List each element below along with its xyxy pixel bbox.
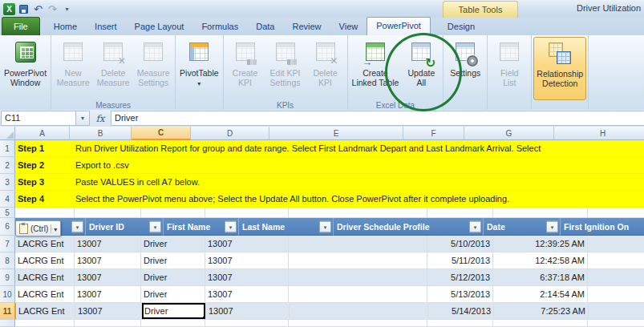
cell-C11[interactable]: Driver [142, 303, 206, 320]
cell-F7[interactable]: 5/10/2013 [427, 236, 493, 252]
tab-insert[interactable]: Insert [86, 18, 126, 35]
cell-F10[interactable]: 5/13/2013 [427, 286, 493, 303]
table-header-first-ignition-on[interactable]: First Ignition On [561, 218, 644, 236]
table-header-last-name[interactable]: Last Name [239, 218, 334, 236]
note-text-row-4[interactable]: Select the PowerPivot menu above; Select… [74, 191, 644, 208]
cell-E5[interactable] [289, 208, 427, 218]
cell-B12[interactable] [75, 320, 141, 327]
column-header-G[interactable]: G [464, 127, 554, 140]
cell-E11[interactable] [290, 303, 428, 320]
cell-C8[interactable]: Driver [141, 252, 205, 269]
tab-page-layout[interactable]: Page Layout [126, 18, 193, 35]
cell-G9[interactable]: 6:37:18 AM [493, 269, 588, 286]
cell-C10[interactable]: Driver [141, 286, 205, 303]
tab-formulas[interactable]: Formulas [192, 18, 247, 35]
cell-B8[interactable]: 13007 [75, 252, 141, 269]
relationship-detection-button[interactable]: RelationshipDetection [533, 37, 586, 100]
cell-D12[interactable] [205, 320, 289, 327]
chevron-down-icon[interactable] [60, 2, 74, 16]
cell-A5[interactable] [15, 208, 75, 218]
row-header-8[interactable]: 8 [0, 252, 15, 269]
paste-options-button[interactable]: (Ctrl) [15, 220, 61, 236]
cell-B11[interactable]: 13007 [75, 303, 142, 320]
row-header-9[interactable]: 9 [0, 269, 15, 286]
name-box[interactable]: C11 [1, 111, 76, 126]
save-icon[interactable] [17, 2, 30, 16]
cell-E7[interactable] [289, 236, 427, 252]
cell-F5[interactable] [427, 208, 493, 218]
formula-input[interactable]: Driver [111, 111, 644, 126]
column-header-E[interactable]: E [269, 127, 403, 140]
cell-A4[interactable]: Step 4 [15, 191, 74, 208]
row-header-12[interactable] [0, 320, 15, 327]
cell-G10[interactable]: 2:14:54 AM [493, 286, 588, 303]
row-header-11[interactable]: 11 [0, 303, 16, 320]
redo-icon[interactable] [46, 2, 59, 16]
name-box-dropdown-icon[interactable] [76, 111, 90, 126]
cell-H5[interactable] [588, 208, 644, 218]
cell-A2[interactable]: Step 2 [15, 157, 74, 174]
cell-H12[interactable] [588, 320, 644, 327]
filter-dropdown-icon[interactable] [71, 220, 83, 232]
tab-powerpivot[interactable]: PowerPivot [367, 17, 431, 35]
tab-home[interactable]: Home [45, 18, 86, 35]
cell-A12[interactable] [15, 320, 75, 327]
select-all-corner[interactable] [0, 127, 15, 140]
table-header-date[interactable]: Date [484, 218, 561, 236]
settings-button[interactable]: Settings [445, 37, 485, 100]
cell-D8[interactable]: 13007 [205, 252, 289, 269]
cell-F12[interactable] [427, 320, 493, 327]
cell-G7[interactable]: 12:39:25 AM [493, 236, 588, 252]
row-header-1[interactable]: 1 [0, 140, 15, 157]
cell-H9[interactable] [588, 269, 644, 286]
cell-H8[interactable] [588, 252, 644, 269]
table-header-first-name[interactable]: First Name [164, 218, 239, 236]
filter-dropdown-icon[interactable] [319, 220, 331, 232]
powerpivot-window-button[interactable]: PowerPivotWindow [2, 37, 49, 100]
row-header-6[interactable]: 6 [0, 218, 15, 236]
column-header-H[interactable]: H [554, 127, 644, 140]
cell-G5[interactable] [493, 208, 588, 218]
cell-H7[interactable] [588, 236, 644, 252]
cell-G8[interactable]: 12:42:58 AM [493, 252, 588, 269]
column-header-A[interactable]: A [15, 127, 70, 140]
tab-view[interactable]: View [330, 18, 367, 35]
cell-D9[interactable]: 13007 [205, 269, 289, 286]
filter-dropdown-icon[interactable] [149, 220, 161, 232]
row-header-5[interactable]: 5 [0, 208, 15, 218]
cell-A11[interactable]: LACRG Ent [16, 303, 75, 320]
cell-F9[interactable]: 5/12/2013 [427, 269, 493, 286]
cell-C5[interactable] [141, 208, 205, 218]
row-header-10[interactable]: 10 [0, 286, 15, 303]
cell-C12[interactable] [141, 320, 205, 327]
column-header-F[interactable]: F [403, 127, 464, 140]
cell-E10[interactable] [289, 286, 427, 303]
cell-A3[interactable]: Step 3 [15, 174, 74, 191]
row-header-3[interactable]: 3 [0, 174, 15, 191]
tab-file[interactable]: File [2, 17, 40, 35]
table-header-driver-schedule-profile[interactable]: Driver Schedule Profile [334, 218, 484, 236]
cell-B9[interactable]: 13007 [75, 269, 141, 286]
cell-D10[interactable]: 13007 [205, 286, 289, 303]
pivottable-button[interactable]: PivotTable [177, 37, 221, 100]
note-text-row-3[interactable]: Paste VALUES in cell A7 below. [74, 174, 644, 191]
cell-H10[interactable] [588, 286, 644, 303]
note-text-row-1[interactable]: Run Driver Utilization Report for group … [74, 140, 644, 157]
cell-A1[interactable]: Step 1 [15, 140, 74, 157]
column-header-D[interactable]: D [191, 127, 269, 140]
create-linked-table-button[interactable]: CreateLinked Table [350, 37, 402, 100]
filter-dropdown-icon[interactable] [469, 220, 481, 232]
update-all-button[interactable]: UpdateAll [401, 37, 441, 100]
cell-D11[interactable]: 13007 [206, 303, 290, 320]
filter-dropdown-icon[interactable] [225, 220, 237, 232]
cell-B5[interactable] [75, 208, 141, 218]
excel-app-icon[interactable] [3, 3, 15, 15]
insert-function-button[interactable]: fx [90, 110, 111, 127]
cell-E12[interactable] [289, 320, 427, 327]
cell-A10[interactable]: LACRG Ent [15, 286, 75, 303]
cell-D7[interactable]: 13007 [205, 236, 289, 252]
cell-G11[interactable]: 7:25:23 AM [494, 303, 589, 320]
tab-review[interactable]: Review [283, 18, 330, 35]
tab-design[interactable]: Design [439, 18, 484, 35]
table-header-driver-id[interactable]: Driver ID [86, 218, 164, 236]
